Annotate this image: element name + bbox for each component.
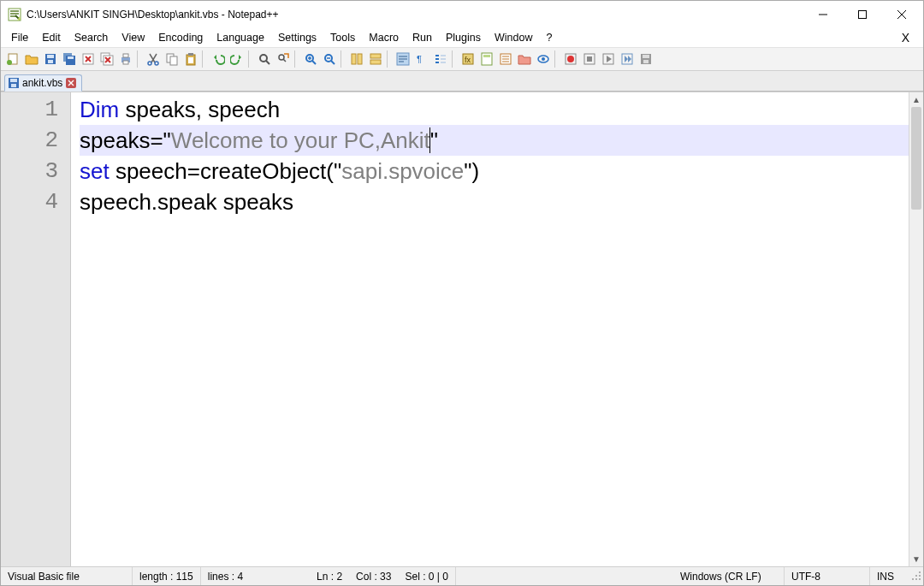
lang-icon[interactable]: fx — [459, 50, 477, 68]
app-window: C:\Users\ANKIT SINGH\Desktop\ankit.vbs -… — [0, 0, 924, 586]
show-all-icon[interactable]: ¶ — [413, 50, 430, 68]
zoom-in-icon[interactable] — [302, 50, 319, 68]
window-title: C:\Users\ANKIT SINGH\Desktop\ankit.vbs -… — [27, 9, 279, 21]
save-icon[interactable] — [42, 50, 59, 68]
menu-[interactable]: ? — [539, 30, 559, 45]
code-line[interactable]: set speech=createObject("sapi.spvoice") — [80, 156, 909, 186]
cut-icon[interactable] — [145, 50, 162, 68]
svg-point-39 — [542, 57, 545, 61]
svg-point-41 — [567, 56, 574, 62]
svg-rect-29 — [370, 54, 381, 58]
title-bar: C:\Users\ANKIT SINGH\Desktop\ankit.vbs -… — [1, 1, 923, 28]
menu-macro[interactable]: Macro — [362, 30, 406, 45]
menu-edit[interactable]: Edit — [35, 30, 68, 45]
tab-close-x[interactable]: X — [891, 29, 920, 46]
scroll-up-icon[interactable]: ▲ — [909, 92, 923, 107]
status-lines: lines : 4 — [201, 567, 250, 585]
open-icon[interactable] — [23, 50, 40, 68]
save-macro-icon[interactable] — [637, 50, 654, 68]
tab-close-icon[interactable] — [66, 78, 76, 88]
svg-rect-27 — [352, 54, 356, 64]
svg-rect-22 — [188, 57, 193, 63]
zoom-out-icon[interactable] — [321, 50, 338, 68]
close-all-icon[interactable] — [98, 50, 116, 68]
maximize-button[interactable] — [843, 1, 882, 28]
menu-search[interactable]: Search — [68, 30, 116, 45]
record-icon[interactable] — [562, 50, 579, 68]
code-line[interactable]: Dim speaks, speech — [80, 94, 909, 125]
svg-rect-51 — [11, 84, 16, 87]
print-icon[interactable] — [117, 50, 134, 68]
menu-bar: FileEditSearchViewEncodingLanguageSettin… — [1, 28, 923, 47]
tab-strip: ankit.vbs — [1, 71, 923, 92]
code-area[interactable]: Dim speaks, speechspeaks="Welcome to you… — [71, 92, 909, 566]
monitor-icon[interactable] — [535, 50, 552, 68]
line-number: 2 — [1, 125, 70, 156]
vertical-scrollbar[interactable]: ▲ ▼ — [909, 92, 923, 566]
editor: 1234 Dim speaks, speechspeaks="Welcome t… — [1, 92, 923, 566]
svg-point-16 — [148, 62, 151, 65]
menu-run[interactable]: Run — [406, 30, 439, 45]
redo-icon[interactable] — [228, 50, 246, 68]
menu-settings[interactable]: Settings — [271, 30, 323, 45]
menu-file[interactable]: File — [4, 30, 35, 45]
close-button[interactable] — [882, 1, 921, 28]
menu-language[interactable]: Language — [210, 30, 271, 45]
status-col: Col : 33 — [349, 567, 398, 585]
menu-tools[interactable]: Tools — [323, 30, 362, 45]
play-multi-icon[interactable] — [619, 50, 636, 68]
svg-point-57 — [912, 578, 914, 580]
sync-v-icon[interactable] — [348, 50, 365, 68]
svg-rect-14 — [123, 54, 128, 57]
undo-icon[interactable] — [210, 50, 227, 68]
save-icon — [9, 78, 19, 88]
code-line[interactable]: speech.speak speaks — [80, 186, 909, 217]
menu-encoding[interactable]: Encoding — [151, 30, 210, 45]
new-icon[interactable] — [4, 50, 21, 68]
svg-point-52 — [919, 571, 921, 573]
scroll-thumb[interactable] — [911, 107, 921, 210]
close-icon[interactable] — [80, 50, 97, 68]
folder-icon[interactable] — [516, 50, 533, 68]
play-icon[interactable] — [600, 50, 617, 68]
svg-point-55 — [919, 578, 921, 580]
doc-map-icon[interactable] — [478, 50, 495, 68]
svg-point-17 — [155, 62, 158, 65]
resize-grip-icon[interactable] — [908, 571, 923, 583]
scroll-down-icon[interactable]: ▼ — [909, 552, 923, 566]
func-list-icon[interactable] — [497, 50, 514, 68]
line-number: 4 — [1, 186, 70, 217]
minimize-button[interactable] — [803, 1, 843, 28]
code-line[interactable]: speaks="Welcome to your PC,Ankit" — [80, 125, 909, 156]
svg-rect-47 — [643, 55, 649, 58]
menu-plugins[interactable]: Plugins — [439, 30, 488, 45]
copy-icon[interactable] — [163, 50, 181, 68]
svg-rect-9 — [68, 56, 74, 59]
indent-guide-icon[interactable] — [432, 50, 449, 68]
line-number: 1 — [1, 94, 70, 125]
app-icon — [8, 8, 21, 21]
svg-rect-1 — [859, 11, 867, 19]
svg-rect-21 — [188, 53, 193, 56]
replace-icon[interactable] — [275, 50, 292, 68]
paste-icon[interactable] — [182, 50, 199, 68]
svg-rect-48 — [643, 60, 649, 63]
menu-view[interactable]: View — [115, 30, 151, 45]
save-all-icon[interactable] — [61, 50, 78, 68]
sync-h-icon[interactable] — [367, 50, 384, 68]
svg-text:¶: ¶ — [417, 54, 422, 64]
svg-rect-28 — [358, 54, 362, 64]
stop-icon[interactable] — [581, 50, 598, 68]
line-number: 3 — [1, 156, 70, 186]
svg-point-54 — [915, 575, 917, 577]
menu-window[interactable]: Window — [488, 30, 539, 45]
line-number-gutter: 1234 — [1, 92, 71, 566]
status-encoding: UTF-8 — [785, 567, 870, 585]
find-icon[interactable] — [256, 50, 273, 68]
toolbar: ¶fx — [1, 47, 923, 71]
file-tab[interactable]: ankit.vbs — [4, 74, 82, 92]
word-wrap-icon[interactable] — [394, 50, 412, 68]
status-mode: INS — [870, 567, 908, 585]
status-ln: Ln : 2 — [310, 567, 349, 585]
svg-rect-6 — [48, 60, 53, 63]
